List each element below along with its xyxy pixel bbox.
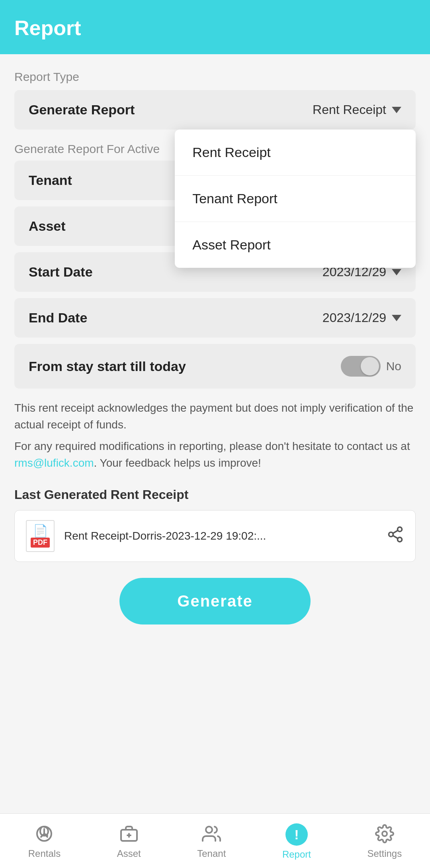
report-type-label: Report Type (14, 70, 416, 84)
settings-nav-label: Settings (367, 848, 402, 859)
svg-point-9 (206, 827, 212, 833)
rentals-nav-label: Rentals (28, 848, 61, 859)
contact-email-link[interactable]: rms@lufick.com (14, 457, 94, 469)
nav-item-tenant[interactable]: Tenant (197, 824, 226, 859)
toggle-label: From stay start till today (29, 359, 186, 374)
start-date-chevron-icon (392, 269, 401, 275)
tenant-icon (202, 824, 221, 845)
dropdown-option-rent-receipt[interactable]: Rent Receipt (175, 130, 416, 176)
generate-report-dropdown-row[interactable]: Generate Report Rent Receipt Rent Receip… (14, 90, 416, 130)
svg-point-10 (382, 831, 387, 836)
info-text-2: For any required modifications in report… (14, 438, 416, 471)
nav-item-asset[interactable]: Asset (117, 824, 141, 859)
report-type-dropdown-menu[interactable]: Rent Receipt Tenant Report Asset Report (175, 130, 416, 268)
bottom-nav: Rentals Asset Tenant ! Report (0, 813, 430, 868)
toggle-state: No (386, 359, 401, 373)
toggle-track[interactable] (341, 356, 381, 377)
pdf-icon: 📄 PDF (26, 520, 55, 552)
generate-report-label: Generate Report (29, 102, 135, 118)
end-date-row[interactable]: End Date 2023/12/29 (14, 298, 416, 338)
header: Report (0, 0, 430, 54)
start-date-label: Start Date (29, 264, 93, 280)
info-section: This rent receipt acknowledges the payme… (14, 400, 416, 471)
asset-nav-label: Asset (117, 848, 141, 859)
svg-line-4 (393, 530, 398, 533)
from-stay-toggle-row: From stay start till today No (14, 344, 416, 389)
svg-line-3 (393, 535, 398, 538)
rentals-icon (35, 824, 54, 845)
generate-button[interactable]: Generate (119, 578, 311, 624)
dropdown-option-tenant-report[interactable]: Tenant Report (175, 176, 416, 222)
end-date-picker[interactable]: 2023/12/29 (322, 310, 401, 325)
tenant-label: Tenant (29, 173, 72, 188)
settings-icon (375, 824, 394, 845)
pdf-acrobat-icon: 📄 (33, 525, 48, 537)
toggle-thumb (361, 357, 379, 375)
asset-icon (119, 824, 139, 845)
report-active-icon: ! (285, 823, 308, 846)
page-title: Report (14, 16, 416, 40)
toggle-switch[interactable]: No (341, 356, 401, 377)
main-content: Report Type Generate Report Rent Receipt… (0, 54, 430, 728)
asset-label: Asset (29, 218, 66, 234)
nav-item-settings[interactable]: Settings (367, 824, 402, 859)
info-text-1: This rent receipt acknowledges the payme… (14, 400, 416, 433)
report-type-select[interactable]: Rent Receipt (313, 102, 401, 117)
report-nav-label: Report (282, 849, 311, 860)
end-date-chevron-icon (392, 315, 401, 321)
chevron-down-icon (392, 107, 401, 113)
pdf-filename: Rent Receipt-Dorris-2023-12-29 19:02:... (64, 530, 377, 542)
last-generated-label: Last Generated Rent Receipt (14, 487, 416, 502)
pdf-file-row[interactable]: 📄 PDF Rent Receipt-Dorris-2023-12-29 19:… (14, 510, 416, 562)
nav-item-report[interactable]: ! Report (282, 823, 311, 860)
selected-report-type: Rent Receipt (313, 102, 386, 117)
tenant-nav-label: Tenant (197, 848, 226, 859)
last-generated-section: Last Generated Rent Receipt 📄 PDF Rent R… (14, 487, 416, 562)
dropdown-option-asset-report[interactable]: Asset Report (175, 222, 416, 268)
end-date-value: 2023/12/29 (322, 310, 386, 325)
nav-item-rentals[interactable]: Rentals (28, 824, 61, 859)
end-date-label: End Date (29, 310, 87, 326)
pdf-badge: PDF (31, 538, 50, 548)
share-icon[interactable] (387, 526, 404, 547)
